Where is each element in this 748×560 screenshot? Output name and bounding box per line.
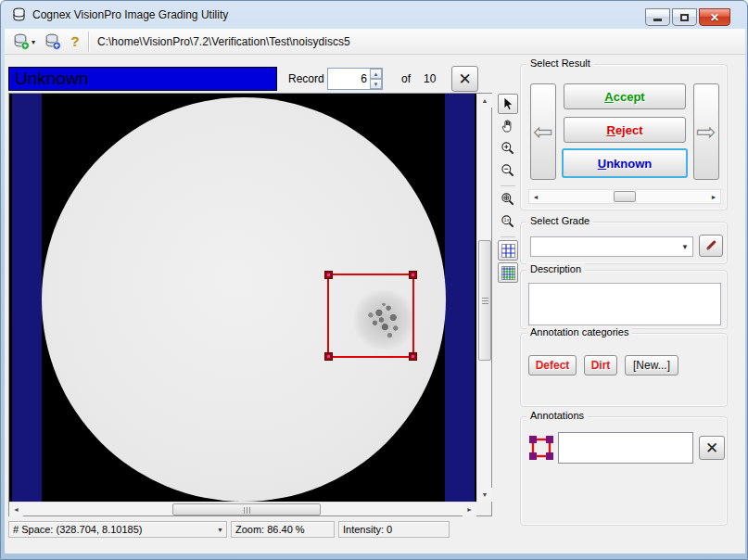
- slider-left-icon[interactable]: ◄: [529, 190, 542, 203]
- clear-record-icon: ✕: [458, 70, 471, 89]
- spinner-up-button[interactable]: ▲: [370, 69, 382, 79]
- toolstrip-separator: [501, 236, 515, 237]
- pan-tool-button[interactable]: [498, 116, 518, 136]
- record-total: 10: [424, 72, 436, 85]
- annotation-rect-icon: [528, 435, 554, 461]
- database-new-icon: [44, 33, 61, 50]
- space-dropdown-icon[interactable]: ▼: [217, 527, 223, 533]
- app-window: Cognex VisionPro Image Grading Utility ✕…: [0, 0, 748, 560]
- image-right-bar: [445, 94, 475, 502]
- zoom-out-tool-button[interactable]: [498, 160, 518, 181]
- space-status-panel[interactable]: # Space: (328.704, 8.10185) ▼: [8, 521, 227, 538]
- slider-right-icon[interactable]: ►: [707, 190, 720, 203]
- description-group: Description: [520, 270, 728, 329]
- reject-button[interactable]: Reject: [564, 117, 686, 143]
- of-label: of: [401, 72, 411, 85]
- pencil-icon: [704, 239, 717, 252]
- previous-record-button[interactable]: ⇦: [530, 83, 556, 180]
- zoom-status-panel: Zoom: 86.40 %: [231, 521, 335, 538]
- title-bar[interactable]: Cognex VisionPro Image Grading Utility ✕: [1, 1, 747, 29]
- resize-handle-br[interactable]: [409, 352, 417, 361]
- image-canvas[interactable]: [9, 94, 476, 502]
- app-database-icon: [12, 7, 27, 22]
- slider-thumb[interactable]: [614, 191, 636, 202]
- minimize-icon: [653, 19, 662, 21]
- pointer-tool-button[interactable]: [498, 94, 518, 114]
- restore-button[interactable]: [672, 8, 697, 26]
- select-result-group: Select Result ⇦ Accept Reject Unknown ⇨ …: [520, 64, 728, 210]
- vertical-scrollbar[interactable]: ▲ ▼: [476, 94, 491, 502]
- close-icon: ✕: [710, 11, 719, 24]
- help-button[interactable]: ?: [66, 32, 84, 52]
- description-title: Description: [526, 263, 585, 274]
- annotation-categories-title: Annotation categories: [526, 326, 632, 337]
- annotation-selection-rect[interactable]: [327, 274, 414, 358]
- pointer-icon: [501, 96, 515, 111]
- clear-record-button[interactable]: ✕: [451, 66, 478, 92]
- record-number-input[interactable]: [328, 69, 369, 89]
- svg-text:1x: 1x: [504, 217, 510, 223]
- grade-combobox[interactable]: ▼: [530, 236, 693, 257]
- zoom-out-icon: [501, 163, 515, 178]
- zoom-in-icon: [501, 141, 515, 156]
- open-dropdown-caret-icon[interactable]: ▾: [32, 38, 35, 46]
- resize-handle-bl[interactable]: [324, 352, 333, 361]
- select-grade-title: Select Grade: [526, 215, 593, 226]
- database-open-icon: [13, 33, 30, 50]
- resize-handle-tr[interactable]: [409, 271, 417, 279]
- scroll-down-button[interactable]: ▼: [477, 488, 492, 502]
- spinner-down-icon: ▼: [374, 82, 379, 87]
- zoom-1x-icon: 1x: [501, 214, 515, 229]
- space-coordinates: # Space: (328.704, 8.10185): [13, 524, 142, 535]
- select-grade-group: Select Grade ▼: [520, 222, 728, 264]
- horizontal-scrollbar[interactable]: ◄ ►: [9, 502, 476, 515]
- prev-arrow-icon: ⇦: [533, 118, 553, 146]
- zoom-actual-size-tool-button[interactable]: 1x: [498, 211, 518, 232]
- defect-category-button[interactable]: Defect: [528, 355, 577, 375]
- next-record-button[interactable]: ⇨: [693, 83, 719, 180]
- next-arrow-icon: ⇨: [696, 118, 716, 146]
- description-input[interactable]: [528, 283, 721, 325]
- select-result-title: Select Result: [526, 57, 594, 69]
- grid-tool-button[interactable]: [498, 240, 518, 261]
- toolstrip-separator: [501, 185, 515, 186]
- scroll-right-button[interactable]: ►: [463, 503, 476, 516]
- open-database-button[interactable]: ▾: [9, 32, 39, 52]
- edit-grades-button[interactable]: [699, 235, 723, 257]
- scroll-right-icon: ►: [466, 506, 473, 513]
- dirt-category-button[interactable]: Dirt: [584, 355, 617, 375]
- new-database-button[interactable]: [42, 32, 64, 52]
- scroll-left-button[interactable]: ◄: [9, 503, 23, 516]
- accept-button[interactable]: Accept: [564, 83, 686, 109]
- record-position-slider[interactable]: ◄ ►: [528, 189, 721, 204]
- record-label: Record: [288, 72, 324, 85]
- client-area: ▾ ? C:\home\VisionPro\7.2\Verification\T…: [5, 29, 745, 554]
- scroll-up-button[interactable]: ▲: [477, 94, 492, 108]
- viewer-toolstrip: 1x: [496, 94, 520, 285]
- hand-icon: [501, 119, 515, 134]
- record-spinner: ▲ ▼: [327, 68, 383, 90]
- unknown-button[interactable]: Unknown: [562, 148, 688, 178]
- scrollbar-corner: [476, 502, 491, 515]
- spinner-down-button[interactable]: ▼: [370, 79, 382, 89]
- horizontal-scroll-thumb[interactable]: [172, 503, 321, 515]
- grid-icon: [501, 244, 515, 258]
- zoom-fit-tool-button[interactable]: [498, 189, 518, 210]
- annotations-title: Annotations: [526, 410, 588, 421]
- window-title: Cognex VisionPro Image Grading Utility: [32, 8, 228, 21]
- minimize-button[interactable]: [645, 8, 670, 26]
- resize-handle-tl[interactable]: [324, 271, 333, 279]
- delete-annotation-button[interactable]: ✕: [699, 436, 725, 460]
- zoom-in-tool-button[interactable]: [498, 138, 518, 159]
- new-category-button[interactable]: [New...]: [625, 355, 678, 375]
- combo-caret-icon: ▼: [681, 243, 689, 251]
- vertical-scroll-thumb[interactable]: [478, 240, 491, 361]
- zoom-fit-icon: [501, 192, 515, 207]
- annotation-text-input[interactable]: [558, 432, 693, 464]
- restore-icon: [680, 14, 689, 21]
- main-toolbar: ▾ ? C:\home\VisionPro\7.2\Verification\T…: [5, 29, 745, 55]
- pixel-grid-tool-button[interactable]: [498, 262, 518, 283]
- annotation-categories-group: Annotation categories Defect Dirt [New..…: [520, 333, 728, 407]
- close-button[interactable]: ✕: [699, 8, 730, 26]
- pixel-grid-icon: [501, 266, 515, 280]
